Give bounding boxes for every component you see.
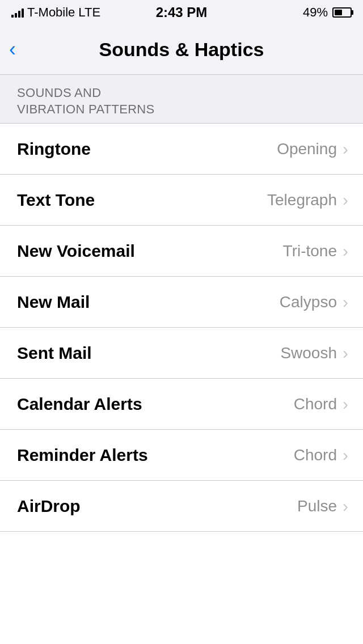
sent-mail-value: Swoosh <box>280 344 337 362</box>
airdrop-chevron-icon: › <box>343 497 348 516</box>
sent-mail-chevron-icon: › <box>343 344 348 363</box>
nav-title: Sounds & Haptics <box>99 39 264 61</box>
ringtone-value-container: Opening › <box>277 139 346 159</box>
airdrop-value: Pulse <box>297 497 337 515</box>
network-label: LTE <box>78 5 100 20</box>
text-tone-value-container: Telegraph › <box>267 190 346 210</box>
airdrop-label: AirDrop <box>17 497 81 516</box>
time-label: 2:43 PM <box>156 5 208 20</box>
status-left: T-Mobile LTE <box>11 5 100 20</box>
section-header: SOUNDS ANDVIBRATION PATTERNS <box>0 75 363 124</box>
text-tone-chevron-icon: › <box>343 190 348 210</box>
new-mail-value-container: Calypso › <box>280 293 346 312</box>
calendar-alerts-value-container: Chord › <box>294 395 346 414</box>
new-voicemail-label: New Voicemail <box>17 242 135 261</box>
calendar-alerts-chevron-icon: › <box>343 395 348 414</box>
text-tone-value: Telegraph <box>267 191 337 209</box>
airdrop-row[interactable]: AirDrop Pulse › <box>0 481 363 532</box>
back-chevron-icon: ‹ <box>9 39 16 60</box>
text-tone-row[interactable]: Text Tone Telegraph › <box>0 175 363 226</box>
reminder-alerts-row[interactable]: Reminder Alerts Chord › <box>0 430 363 481</box>
ringtone-value: Opening <box>277 140 337 158</box>
ringtone-chevron-icon: › <box>343 139 348 159</box>
text-tone-label: Text Tone <box>17 190 95 210</box>
new-voicemail-value-container: Tri-tone › <box>283 242 346 261</box>
airdrop-value-container: Pulse › <box>297 497 346 516</box>
calendar-alerts-label: Calendar Alerts <box>17 395 142 414</box>
settings-list: Ringtone Opening › Text Tone Telegraph ›… <box>0 124 363 532</box>
sent-mail-value-container: Swoosh › <box>280 344 346 363</box>
new-voicemail-row[interactable]: New Voicemail Tri-tone › <box>0 226 363 277</box>
calendar-alerts-row[interactable]: Calendar Alerts Chord › <box>0 379 363 430</box>
reminder-alerts-chevron-icon: › <box>343 446 348 465</box>
signal-icon <box>11 7 24 18</box>
battery-percentage: 49% <box>303 5 328 20</box>
new-voicemail-chevron-icon: › <box>343 242 348 261</box>
reminder-alerts-value-container: Chord › <box>294 446 346 465</box>
battery-icon <box>332 7 352 18</box>
new-voicemail-value: Tri-tone <box>283 242 337 260</box>
new-mail-value: Calypso <box>280 293 337 311</box>
sent-mail-label: Sent Mail <box>17 344 92 363</box>
nav-bar: ‹ Sounds & Haptics <box>0 25 363 75</box>
status-right: 49% <box>303 5 352 20</box>
status-bar: T-Mobile LTE 2:43 PM 49% <box>0 0 363 25</box>
sent-mail-row[interactable]: Sent Mail Swoosh › <box>0 328 363 379</box>
back-button[interactable]: ‹ <box>9 40 16 60</box>
section-header-text: SOUNDS ANDVIBRATION PATTERNS <box>17 86 155 116</box>
calendar-alerts-value: Chord <box>294 395 337 413</box>
new-mail-label: New Mail <box>17 293 90 312</box>
ringtone-row[interactable]: Ringtone Opening › <box>0 124 363 175</box>
carrier-label: T-Mobile <box>27 5 75 20</box>
reminder-alerts-value: Chord <box>294 446 337 464</box>
reminder-alerts-label: Reminder Alerts <box>17 446 148 465</box>
ringtone-label: Ringtone <box>17 139 91 159</box>
new-mail-row[interactable]: New Mail Calypso › <box>0 277 363 328</box>
new-mail-chevron-icon: › <box>343 293 348 312</box>
